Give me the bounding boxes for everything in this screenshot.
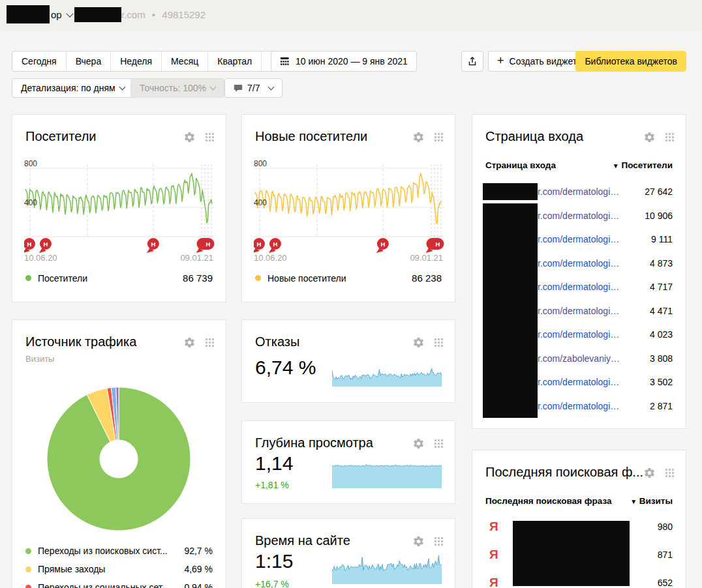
entry-page-link[interactable]: r.com/dermatologi… [538, 258, 619, 269]
accuracy-dropdown[interactable]: Точность: 100% [130, 78, 224, 98]
traffic-donut-chart[interactable] [25, 385, 214, 535]
entry-page-link[interactable]: r.com/dermatologi… [538, 282, 619, 292]
gear-icon[interactable] [412, 535, 425, 548]
entry-page-link[interactable]: r.com/dermatologi… [538, 306, 619, 316]
sort-arrow: ▼ [630, 498, 637, 505]
table-row: r.com/dermatologi…4 873 [485, 252, 673, 276]
widget-library-label: Библиотека виджетов [585, 56, 677, 66]
widget-title: Отказы [255, 334, 299, 349]
annotation-marker[interactable]: Н [376, 238, 389, 253]
gear-icon[interactable] [183, 131, 196, 143]
entry-page-value: 27 642 [645, 186, 673, 197]
share-button[interactable] [461, 51, 483, 72]
segments-dropdown[interactable]: 7/7 [224, 78, 282, 98]
svg-text:Н: Н [151, 241, 155, 248]
gear-icon[interactable] [412, 437, 425, 450]
redacted-url-prefix [483, 275, 538, 299]
visitors-line-chart[interactable]: 80040010.06.2009.01.21НННН [24, 159, 215, 266]
legend-label: Прямые заходы [38, 564, 105, 574]
date-range-button[interactable]: 10 июн 2020 — 9 янв 2021 [271, 51, 417, 72]
annotation-marker[interactable]: Н [39, 238, 52, 253]
time-sparkline[interactable] [332, 551, 442, 587]
annotation-marker[interactable]: Н [196, 238, 215, 253]
legend-label: Переходы из поисковых сист... [38, 546, 168, 556]
period-button-Вчера[interactable]: Вчера [66, 51, 111, 71]
create-widget-button[interactable]: + Создать виджет [488, 51, 586, 72]
entry-page-link[interactable]: r.com/dermatologi… [538, 377, 619, 387]
widget-title: Новые посетители [255, 129, 367, 144]
pie-legend-item[interactable]: Переходы из социальных сет...0,94 % [25, 578, 213, 588]
sort-arrow: ▼ [613, 162, 619, 169]
entry-page-link[interactable]: r.com/zabolevaniy… [538, 353, 620, 364]
legend-value: 86 238 [412, 272, 442, 284]
gear-icon[interactable] [643, 467, 656, 479]
period-button-Квартал[interactable]: Квартал [207, 51, 261, 71]
widget-last-search-phrase: Последняя поисковая ф... Последняя поиск… [472, 450, 686, 588]
new-visitors-line-chart[interactable]: 80040010.06.2009.01.21НННН [254, 159, 444, 266]
entry-page-link[interactable]: r.com/dermatologi… [538, 234, 619, 244]
entry-page-link[interactable]: r.com/dermatologi… [538, 329, 619, 340]
drag-handle-icon[interactable] [435, 338, 443, 347]
entry-page-link[interactable]: r.com/dermatologi… [538, 211, 619, 221]
widget-title: Страница входа [485, 129, 583, 144]
drag-handle-icon[interactable] [435, 133, 443, 141]
gear-icon[interactable] [412, 131, 425, 143]
annotation-marker[interactable]: Н [254, 238, 265, 253]
legend-value: 86 739 [183, 272, 213, 284]
gear-icon[interactable] [183, 336, 196, 349]
annotation-marker[interactable]: Н [24, 238, 35, 253]
bounces-sparkline[interactable] [332, 358, 442, 389]
drag-handle-icon[interactable] [435, 439, 443, 448]
legend-dot [25, 585, 31, 588]
bullet-separator: • [152, 9, 155, 20]
table-row: r.com/dermatologi…10 906 [485, 204, 673, 228]
column-header-visitors[interactable]: ▼ Посетители [613, 160, 673, 170]
redacted-search-phrases [513, 521, 630, 586]
drag-handle-icon[interactable] [206, 338, 214, 347]
account-switcher[interactable]: op [51, 9, 72, 20]
widget-library-button[interactable]: Библиотека виджетов [575, 51, 686, 72]
period-button-Сегодня[interactable]: Сегодня [12, 51, 66, 71]
legend-value: 0,94 % [184, 582, 213, 588]
svg-text:Н: Н [273, 241, 277, 248]
pie-legend-item[interactable]: Переходы из поисковых сист...92,7 % [25, 542, 213, 560]
svg-text:Н: Н [206, 241, 211, 248]
chevron-down-icon [119, 83, 125, 90]
legend-label: Новые посетители [267, 273, 346, 284]
detail-level-dropdown[interactable]: Детализация: по дням [12, 78, 134, 98]
drag-handle-icon[interactable] [665, 133, 674, 141]
legend-value: 92,7 % [184, 546, 213, 556]
svg-text:10.06.20: 10.06.20 [24, 253, 57, 263]
drag-handle-icon[interactable] [665, 469, 674, 477]
comment-bubble-icon [234, 84, 243, 93]
redacted-url-prefix [483, 346, 538, 370]
table-row: r.com/dermatologi…4 023 [485, 323, 673, 347]
entry-page-value: 9 111 [651, 234, 673, 244]
create-widget-label: Создать виджет [510, 56, 577, 66]
drag-handle-icon[interactable] [206, 133, 214, 141]
widget-subtitle: Визиты [25, 354, 54, 364]
entry-page-value: 4 873 [650, 258, 673, 269]
annotation-marker[interactable]: Н [147, 238, 159, 253]
entry-page-link[interactable]: r.com/dermatologi… [538, 186, 619, 197]
period-button-Неделя[interactable]: Неделя [110, 51, 161, 71]
annotation-marker[interactable]: Н [426, 238, 444, 253]
entry-page-link[interactable]: r.com/dermatologi… [538, 401, 619, 411]
drag-handle-icon[interactable] [435, 537, 443, 546]
gear-icon[interactable] [412, 336, 425, 349]
depth-sparkline[interactable] [332, 462, 442, 491]
column-header-entry-page[interactable]: Страница входа [485, 160, 556, 170]
annotation-marker[interactable]: Н [269, 238, 281, 253]
widget-visitors: Посетители 80040010.06.2009.01.21НННН По… [12, 114, 226, 302]
period-button-Месяц[interactable]: Месяц [161, 51, 207, 71]
column-header-visits[interactable]: ▼ Визиты [630, 496, 673, 506]
plus-icon: + [497, 55, 504, 66]
table-row: r.com/dermatologi…4 717 [485, 275, 673, 299]
widget-title: Последняя поисковая ф... [485, 465, 643, 480]
entry-page-value: 3 502 [650, 377, 673, 387]
column-header-search-phrase[interactable]: Последняя поисковая фраза [485, 496, 611, 506]
pie-legend-item[interactable]: Прямые заходы4,69 % [25, 560, 213, 578]
gear-icon[interactable] [643, 131, 656, 143]
calendar-grid-icon [280, 57, 290, 66]
date-range-label: 10 июн 2020 — 9 янв 2021 [296, 56, 408, 66]
